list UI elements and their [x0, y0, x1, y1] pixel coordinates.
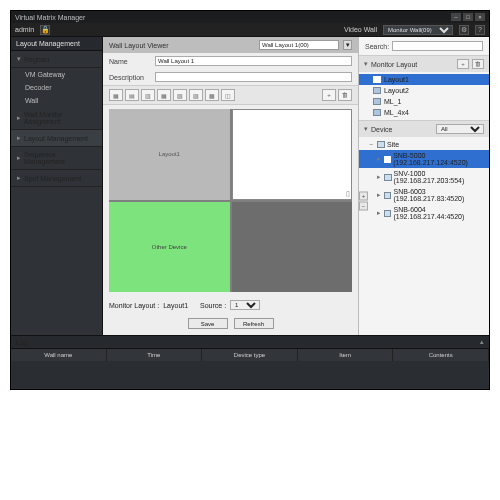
sidebar-register[interactable]: ▾Register — [11, 51, 102, 68]
mon-layout-label: Monitor Layout : — [109, 302, 159, 309]
chevron-right-icon: ▸ — [17, 134, 21, 142]
chevron-right-icon: ▸ — [377, 155, 382, 163]
log-col-type: Device type — [202, 349, 298, 361]
expand-icon[interactable]: ▴ — [480, 338, 484, 346]
log-title: Log — [16, 339, 28, 346]
ml-item-ml1[interactable]: ML_1 — [359, 96, 489, 107]
sidebar-spot[interactable]: ▸Spot Management — [11, 170, 102, 187]
layout-select-input[interactable] — [259, 40, 339, 50]
name-input[interactable] — [155, 56, 352, 66]
tool-icon-6[interactable]: ▨ — [189, 89, 203, 101]
main-area: Layout Management ▾Register VM Gateway D… — [11, 37, 489, 335]
sidebar-header: Layout Management — [11, 37, 102, 51]
right-panel: Search: ▾ Monitor Layout + 🗑 Layout1 Lay… — [359, 37, 489, 335]
sidebar-item-vmgateway[interactable]: VM Gateway — [11, 68, 102, 81]
ml-item-layout2[interactable]: Layout2 — [359, 85, 489, 96]
ml-item-layout1[interactable]: Layout1 — [359, 74, 489, 85]
chevron-down-icon[interactable]: ▾ — [364, 60, 368, 68]
toolbar: admin 🔒 Video Wall Monitor Wall(09) ⚙ ? — [11, 23, 489, 37]
settings-icon[interactable]: ⚙ — [459, 25, 469, 35]
site-icon — [377, 141, 385, 148]
tool-icon-3[interactable]: ▥ — [141, 89, 155, 101]
tool-icon-1[interactable]: ▦ — [109, 89, 123, 101]
minus-icon: − — [369, 141, 375, 148]
video-wall-select[interactable]: Monitor Wall(09) — [383, 25, 453, 35]
zoom-out-icon[interactable]: − — [359, 201, 368, 210]
chevron-right-icon: ▸ — [377, 209, 382, 217]
zoom-controls: + − — [359, 191, 368, 210]
mon-layout-value: Layout1 — [163, 302, 188, 309]
save-button[interactable]: Save — [188, 318, 228, 329]
chevron-right-icon: ▸ — [377, 173, 382, 181]
desc-input[interactable] — [155, 72, 352, 82]
titlebar: Virtual Matrix Manager – □ × — [11, 11, 489, 23]
minimize-button[interactable]: – — [451, 13, 461, 21]
add-icon[interactable]: + — [322, 89, 336, 101]
layout-icon — [373, 109, 381, 116]
canvas-cell-3[interactable]: Other Device — [109, 202, 230, 293]
device-item-1[interactable]: ▸SNV-1000 (192.168.217.203:554) — [359, 168, 489, 186]
chevron-right-icon: ▸ — [17, 154, 21, 162]
sidebar: Layout Management ▾Register VM Gateway D… — [11, 37, 103, 335]
canvas-cell-1[interactable]: Layout1 — [109, 109, 230, 200]
help-icon[interactable]: ? — [475, 25, 485, 35]
tool-icon-4[interactable]: ▦ — [157, 89, 171, 101]
sidebar-item-decoder[interactable]: Decoder — [11, 81, 102, 94]
delete-icon[interactable]: 🗑 — [338, 89, 352, 101]
chevron-right-icon: ▸ — [377, 191, 382, 199]
center-panel: Wall Layout Viewer ▾ Name Description ▦ … — [103, 37, 359, 335]
desc-label: Description — [109, 74, 151, 81]
device-item-3[interactable]: ▸SNB-6004 (192.168.217.44:4520) — [359, 204, 489, 222]
chevron-down-icon[interactable]: ▾ — [364, 125, 368, 133]
canvas-cell-4[interactable] — [232, 202, 353, 293]
device-tree: −Site ▸SNB-5000 (192.168.217.124:4520) ▸… — [359, 137, 489, 335]
device-item-2[interactable]: ▸SNB-6003 (192.168.217.83:4520) — [359, 186, 489, 204]
camera-icon — [384, 156, 391, 163]
layout-icon — [373, 76, 381, 83]
name-label: Name — [109, 58, 151, 65]
tool-icon-8[interactable]: ◫ — [221, 89, 235, 101]
ml-item-ml4x4[interactable]: ML_4x4 — [359, 107, 489, 118]
source-select[interactable]: 1 — [230, 300, 260, 310]
chevron-down-icon: ▾ — [17, 55, 21, 63]
stepper-icon[interactable]: ▾ — [343, 40, 352, 50]
sidebar-layout-mgmt[interactable]: ▸Layout Management — [11, 130, 102, 147]
log-col-contents: Contents — [393, 349, 489, 361]
device-item-0[interactable]: ▸SNB-5000 (192.168.217.124:4520) — [359, 150, 489, 168]
device-header: Device — [371, 126, 433, 133]
panel-add-icon[interactable]: + — [457, 59, 469, 69]
lock-icon[interactable]: 🔒 — [40, 25, 50, 35]
tool-icon-5[interactable]: ▧ — [173, 89, 187, 101]
maximize-button[interactable]: □ — [463, 13, 473, 21]
sidebar-assignment[interactable]: ▸Wall Monitor Assignment — [11, 107, 102, 130]
camera-icon — [384, 210, 391, 217]
camera-icon — [384, 192, 391, 199]
search-input[interactable] — [392, 41, 483, 51]
region-icon: ▯ — [346, 190, 350, 198]
camera-icon — [384, 174, 391, 181]
layout-icon — [373, 98, 381, 105]
log-col-time: Time — [107, 349, 203, 361]
zoom-in-icon[interactable]: + — [359, 191, 368, 200]
refresh-button[interactable]: Refresh — [234, 318, 274, 329]
device-filter-select[interactable]: All — [436, 124, 484, 134]
tool-icon-2[interactable]: ▤ — [125, 89, 139, 101]
video-wall-label: Video Wall — [344, 26, 377, 33]
viewer-title: Wall Layout Viewer — [109, 42, 169, 49]
sidebar-item-wall[interactable]: Wall — [11, 94, 102, 107]
app-title: Virtual Matrix Manager — [15, 14, 85, 21]
source-label: Source : — [200, 302, 226, 309]
close-button[interactable]: × — [475, 13, 485, 21]
log-col-wall: Wall name — [11, 349, 107, 361]
log-header[interactable]: Log ▴ — [11, 335, 489, 348]
monitor-layout-tree: Layout1 Layout2 ML_1 ML_4x4 — [359, 72, 489, 120]
panel-del-icon[interactable]: 🗑 — [472, 59, 484, 69]
app-window: Virtual Matrix Manager – □ × admin 🔒 Vid… — [10, 10, 490, 390]
center-header: Wall Layout Viewer ▾ — [103, 37, 358, 53]
device-site-node[interactable]: −Site — [359, 139, 489, 150]
sidebar-sequence[interactable]: ▸Sequence Management — [11, 147, 102, 170]
tool-icon-7[interactable]: ▩ — [205, 89, 219, 101]
canvas-cell-2[interactable]: ▯ — [232, 109, 353, 200]
layout-canvas[interactable]: Layout1 ▯ Other Device — [109, 109, 352, 292]
layout-icon — [373, 87, 381, 94]
